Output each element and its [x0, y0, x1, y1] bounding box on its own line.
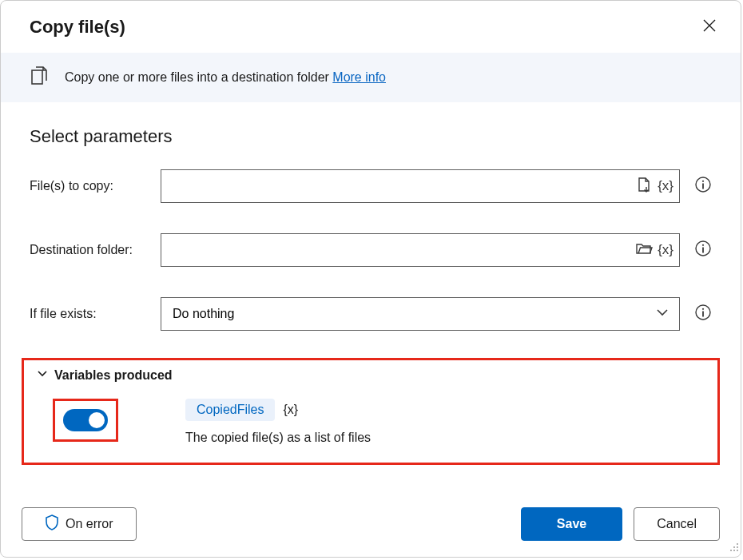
field-destination-folder: Destination folder: {x} [30, 233, 712, 267]
input-wrapper: Do nothing [161, 297, 680, 331]
variable-picker-icon[interactable]: {x} [658, 242, 673, 258]
input-wrapper: {x} [161, 233, 680, 267]
info-banner: Copy one or more files into a destinatio… [1, 53, 741, 102]
field-label: Destination folder: [30, 243, 161, 257]
files-to-copy-input[interactable] [161, 169, 680, 203]
toggle-knob [89, 412, 105, 428]
svg-point-5 [702, 244, 704, 246]
svg-point-8 [702, 308, 704, 310]
variable-brace-icon: {x} [283, 403, 298, 417]
variable-description: The copied file(s) as a list of files [185, 431, 371, 445]
variables-body: CopiedFiles {x} The copied file(s) as a … [37, 399, 705, 445]
svg-point-12 [737, 546, 738, 548]
svg-point-14 [733, 550, 735, 551]
svg-point-13 [730, 550, 732, 551]
field-files-to-copy: File(s) to copy: {x} [30, 169, 712, 203]
svg-point-11 [733, 546, 735, 548]
chevron-down-icon [655, 305, 669, 323]
cancel-button[interactable]: Cancel [634, 507, 720, 541]
svg-point-2 [702, 181, 704, 182]
info-banner-text: Copy one or more files into a destinatio… [65, 70, 386, 85]
variables-produced-section: Variables produced CopiedFiles {x} The c… [22, 358, 720, 465]
variable-name-badge[interactable]: CopiedFiles [185, 399, 275, 421]
dialog-content: Select parameters File(s) to copy: {x} D… [1, 102, 741, 491]
variable-toggle[interactable] [63, 409, 108, 431]
on-error-button[interactable]: On error [22, 507, 137, 541]
toggle-highlight [53, 399, 118, 442]
svg-rect-6 [702, 248, 704, 253]
shield-icon [45, 514, 59, 534]
close-icon [702, 18, 717, 35]
if-file-exists-select[interactable]: Do nothing [161, 297, 680, 331]
copy-files-dialog: Copy file(s) Copy one or more files into… [0, 0, 741, 558]
svg-rect-0 [32, 70, 42, 84]
section-title: Select parameters [30, 126, 712, 147]
info-icon[interactable] [694, 176, 712, 197]
field-if-file-exists: If file exists: Do nothing [30, 297, 712, 331]
svg-point-10 [737, 543, 738, 545]
info-icon[interactable] [694, 304, 712, 324]
file-picker-icon[interactable] [635, 176, 653, 197]
dialog-header: Copy file(s) [1, 1, 741, 53]
svg-rect-9 [702, 312, 704, 317]
dialog-footer: On error Save Cancel [1, 491, 741, 557]
resize-grip-icon[interactable] [728, 541, 739, 555]
variables-produced-header[interactable]: Variables produced [37, 368, 705, 383]
svg-rect-3 [702, 184, 704, 189]
field-label: File(s) to copy: [30, 179, 161, 193]
destination-folder-input[interactable] [161, 233, 680, 267]
more-info-link[interactable]: More info [332, 70, 386, 84]
save-button[interactable]: Save [521, 507, 622, 541]
dialog-title: Copy file(s) [30, 17, 125, 38]
variable-picker-icon[interactable]: {x} [658, 178, 673, 194]
variable-content: CopiedFiles {x} The copied file(s) as a … [185, 399, 371, 445]
close-button[interactable] [699, 15, 720, 38]
copy-file-icon [30, 66, 50, 89]
input-wrapper: {x} [161, 169, 680, 203]
chevron-down-icon [37, 368, 48, 383]
field-label: If file exists: [30, 307, 161, 321]
svg-point-15 [737, 550, 738, 551]
folder-picker-icon[interactable] [635, 240, 653, 260]
info-icon[interactable] [694, 240, 712, 260]
